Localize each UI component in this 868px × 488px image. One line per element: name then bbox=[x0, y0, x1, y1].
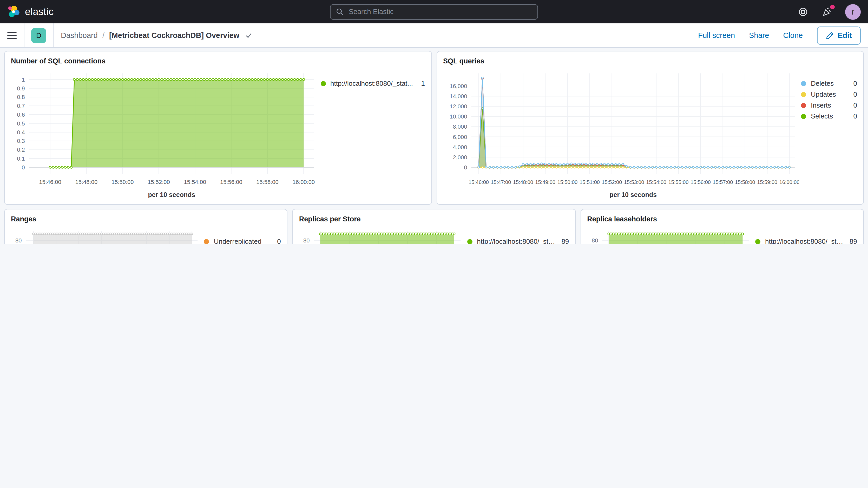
legend-item[interactable]: Selects0 bbox=[801, 112, 857, 120]
legend-label: http://localhost:8080/_sta... bbox=[477, 238, 556, 244]
svg-text:0.2: 0.2 bbox=[17, 147, 25, 153]
top-nav: elastic bbox=[0, 0, 868, 23]
legend-value: 0 bbox=[854, 80, 857, 87]
search-input[interactable] bbox=[348, 7, 532, 16]
svg-text:0.1: 0.1 bbox=[17, 155, 25, 162]
svg-text:15:58:00: 15:58:00 bbox=[735, 179, 755, 185]
legend-item[interactable]: Deletes0 bbox=[801, 80, 857, 87]
legend-item[interactable]: Underreplicated0 bbox=[204, 238, 281, 244]
svg-text:80: 80 bbox=[591, 237, 598, 244]
title-menu-button[interactable] bbox=[245, 32, 252, 39]
svg-text:0.7: 0.7 bbox=[17, 103, 25, 109]
user-avatar[interactable]: r bbox=[845, 4, 861, 20]
page-title[interactable]: [Metricbeat CockroachDB] Overview bbox=[109, 31, 239, 39]
divider bbox=[53, 23, 54, 47]
legend-value: 89 bbox=[561, 238, 569, 244]
legend-item[interactable]: http://localhost:8080/_stat...1 bbox=[320, 80, 425, 87]
svg-text:12,000: 12,000 bbox=[450, 103, 467, 110]
space-badge[interactable]: D bbox=[31, 28, 46, 43]
svg-text:15:54:00: 15:54:00 bbox=[646, 179, 666, 185]
chart-legend: http://localhost:8080/_sta...89 bbox=[465, 225, 569, 244]
panel-title: Replicas per Store bbox=[299, 214, 569, 225]
clone-button[interactable]: Clone bbox=[783, 31, 803, 39]
legend-item[interactable]: http://localhost:8080/_sta...89 bbox=[755, 238, 857, 244]
legend-label: Deletes bbox=[811, 80, 848, 87]
svg-text:10,000: 10,000 bbox=[450, 113, 467, 120]
avatar-initial: r bbox=[851, 7, 854, 16]
legend-label: Underreplicated bbox=[214, 238, 272, 244]
legend-label: Updates bbox=[811, 90, 848, 98]
svg-text:8,000: 8,000 bbox=[453, 123, 467, 130]
full-screen-button[interactable]: Full screen bbox=[698, 31, 735, 39]
panel-sql-queries: SQL queries 15:46:0015:47:0015:48:0015:4… bbox=[436, 51, 864, 205]
space-initial: D bbox=[36, 31, 41, 39]
svg-text:15:48:00: 15:48:00 bbox=[75, 179, 98, 185]
legend-value: 89 bbox=[849, 238, 857, 244]
menu-hamburger-icon[interactable] bbox=[7, 32, 17, 39]
legend-item[interactable]: Inserts0 bbox=[801, 101, 857, 109]
chart-legend: Deletes0Updates0Inserts0Selects0 bbox=[799, 67, 857, 200]
series-color-dot bbox=[467, 239, 472, 244]
svg-text:15:52:00: 15:52:00 bbox=[601, 179, 622, 185]
chart-legend: Underreplicated0Overreplicated0Unavailab… bbox=[202, 225, 281, 244]
share-button[interactable]: Share bbox=[749, 31, 769, 39]
breadcrumb: Dashboard / [Metricbeat CockroachDB] Ove… bbox=[61, 31, 252, 39]
kibana-dashboard-app: elastic bbox=[0, 0, 868, 244]
legend-value: 1 bbox=[421, 80, 425, 87]
chart-replica-leaseholders[interactable]: 15:46:0015:49:0015:52:0015:55:0015:58:00… bbox=[587, 225, 753, 244]
legend-label: http://localhost:8080/_stat... bbox=[330, 80, 416, 87]
help-button[interactable] bbox=[797, 6, 809, 18]
svg-text:15:58:00: 15:58:00 bbox=[256, 179, 279, 185]
global-search[interactable] bbox=[330, 4, 538, 20]
svg-text:15:51:00: 15:51:00 bbox=[579, 179, 599, 185]
breadcrumb-dashboard-link[interactable]: Dashboard bbox=[61, 31, 98, 39]
svg-text:15:52:00: 15:52:00 bbox=[148, 179, 170, 185]
series-color-dot bbox=[801, 103, 806, 108]
edit-button-label: Edit bbox=[838, 31, 852, 39]
chart-legend: http://localhost:8080/_stat...1 bbox=[318, 67, 425, 200]
svg-text:0.4: 0.4 bbox=[17, 129, 25, 135]
logo-text: elastic bbox=[25, 6, 54, 18]
series-color-dot bbox=[801, 114, 806, 119]
elastic-logo[interactable]: elastic bbox=[7, 5, 54, 18]
svg-text:15:50:00: 15:50:00 bbox=[557, 179, 578, 185]
help-life-ring-icon bbox=[798, 6, 808, 17]
svg-text:2,000: 2,000 bbox=[453, 154, 467, 160]
svg-text:15:54:00: 15:54:00 bbox=[184, 179, 206, 185]
chart-sql-queries[interactable]: 15:46:0015:47:0015:48:0015:49:0015:50:00… bbox=[443, 67, 799, 200]
legend-label: Inserts bbox=[811, 101, 848, 109]
svg-text:15:49:00: 15:49:00 bbox=[535, 179, 555, 185]
legend-item[interactable]: http://localhost:8080/_sta...89 bbox=[467, 238, 569, 244]
svg-text:per 10 seconds: per 10 seconds bbox=[609, 191, 656, 198]
legend-label: http://localhost:8080/_sta... bbox=[765, 238, 844, 244]
top-right-controls: r bbox=[797, 4, 861, 20]
edit-button[interactable]: Edit bbox=[817, 26, 861, 44]
panel-title: Ranges bbox=[11, 214, 281, 225]
chart-ranges[interactable]: 15:46:0015:48:0015:50:0015:52:0015:54:00… bbox=[11, 225, 202, 244]
check-caret-icon bbox=[245, 32, 252, 39]
svg-text:16,000: 16,000 bbox=[450, 83, 467, 89]
svg-text:0: 0 bbox=[464, 164, 467, 171]
chart-number-of-sql-connections[interactable]: 15:46:0015:48:0015:50:0015:52:0015:54:00… bbox=[11, 67, 318, 200]
series-color-dot bbox=[801, 81, 806, 86]
svg-text:0.8: 0.8 bbox=[17, 94, 25, 100]
svg-text:per 10 seconds: per 10 seconds bbox=[148, 191, 195, 198]
pencil-icon bbox=[826, 31, 833, 39]
chart-replicas-per-store[interactable]: 15:46:0015:49:0015:52:0015:55:0015:58:00… bbox=[299, 225, 465, 244]
series-color-dot bbox=[801, 92, 806, 97]
svg-text:15:57:00: 15:57:00 bbox=[713, 179, 733, 185]
svg-text:0.6: 0.6 bbox=[17, 112, 25, 118]
svg-text:4,000: 4,000 bbox=[453, 144, 467, 150]
panel-title: SQL queries bbox=[443, 56, 857, 67]
newsfeed-button[interactable] bbox=[821, 6, 833, 18]
panel-replicas-per-store: Replicas per Store 15:46:0015:49:0015:52… bbox=[292, 209, 576, 244]
svg-text:0.9: 0.9 bbox=[17, 85, 25, 92]
svg-text:80: 80 bbox=[304, 237, 310, 244]
svg-text:0.5: 0.5 bbox=[17, 120, 25, 127]
series-color-dot bbox=[755, 239, 761, 244]
legend-item[interactable]: Updates0 bbox=[801, 90, 857, 98]
notification-dot bbox=[830, 4, 835, 9]
panel-replica-leaseholders: Replica leaseholders 15:46:0015:49:0015:… bbox=[580, 209, 864, 244]
svg-text:14,000: 14,000 bbox=[450, 93, 467, 99]
svg-text:16:00:00: 16:00:00 bbox=[292, 179, 315, 185]
